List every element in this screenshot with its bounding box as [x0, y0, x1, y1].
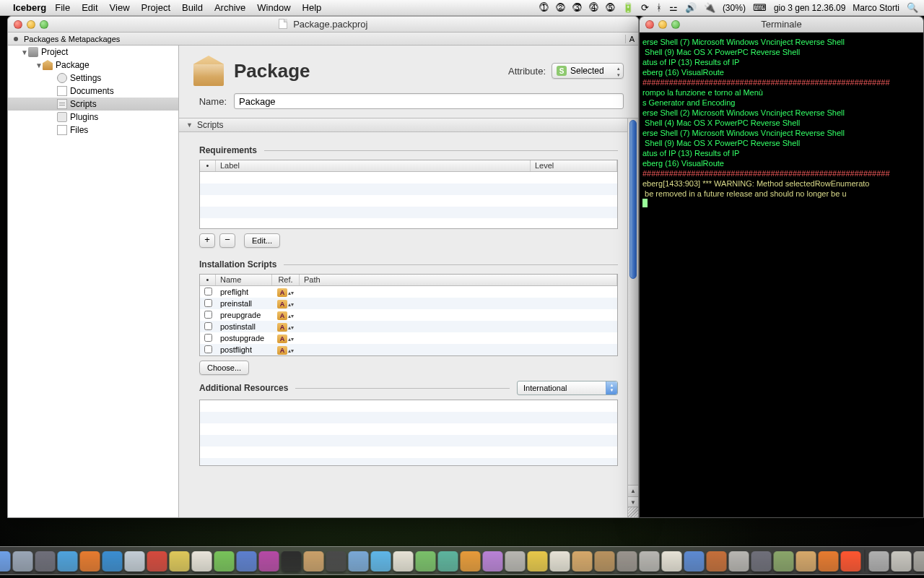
menu-build[interactable]: Build	[182, 2, 203, 13]
dock-app-icon[interactable]	[371, 551, 391, 571]
scroll-thumb[interactable]	[629, 120, 637, 279]
dock-app-icon[interactable]	[461, 551, 481, 571]
dock-stack-icon[interactable]	[892, 551, 912, 571]
dock-stack-icon[interactable]	[914, 551, 925, 571]
scroll-up-icon[interactable]: ▲	[628, 485, 638, 496]
choose-button[interactable]: Choose...	[199, 361, 249, 375]
tree-files[interactable]: Files	[8, 124, 178, 137]
table-row[interactable]: postupgradeA▴▾	[200, 332, 617, 344]
script-enabled-checkbox[interactable]	[204, 299, 212, 307]
input-menu-icon[interactable]: ⌨	[753, 2, 767, 13]
status-icon[interactable]: ⓷	[572, 2, 582, 13]
sync-icon[interactable]: ⟳	[641, 2, 649, 13]
dock-app-icon[interactable]	[35, 551, 56, 571]
zoom-button[interactable]	[40, 20, 48, 29]
resize-grip[interactable]	[627, 506, 638, 517]
dock-app-icon[interactable]	[80, 551, 100, 571]
dock-app-icon[interactable]	[438, 551, 458, 571]
table-row[interactable]: postflightA▴▾	[200, 344, 617, 355]
dock-app-icon[interactable]	[841, 551, 861, 571]
dock-app-icon[interactable]	[707, 551, 727, 571]
dock[interactable]	[0, 546, 924, 575]
script-ref[interactable]: A▴▾	[272, 311, 300, 320]
dock-app-icon[interactable]	[774, 551, 794, 571]
menu-project[interactable]: Project	[141, 2, 170, 13]
requirements-add-button[interactable]: +	[199, 233, 215, 248]
resources-table[interactable]	[199, 400, 618, 466]
dock-app-icon[interactable]	[259, 551, 279, 571]
col-path[interactable]: Path	[300, 275, 617, 285]
dock-app-icon[interactable]	[0, 551, 11, 571]
col-label[interactable]: Label	[216, 160, 531, 171]
menu-edit[interactable]: Edit	[82, 2, 97, 13]
table-row[interactable]: preinstallA▴▾	[200, 298, 617, 309]
dock-app-icon[interactable]	[662, 551, 682, 571]
resources-scope-select[interactable]: International ▲▼	[517, 381, 618, 395]
terminal-titlebar[interactable]: Terminale	[640, 17, 923, 33]
tree-plugins[interactable]: Plugins	[8, 111, 178, 124]
dock-stack-icon[interactable]	[869, 551, 889, 571]
tree-settings[interactable]: Settings	[8, 72, 178, 85]
vertical-scrollbar[interactable]: ▲ ▼	[627, 118, 638, 506]
status-icon[interactable]: ⓹	[606, 2, 615, 13]
dock-app-icon[interactable]	[640, 551, 660, 571]
tree-documents[interactable]: Documents	[8, 85, 178, 98]
script-enabled-checkbox[interactable]	[204, 311, 212, 319]
requirements-remove-button[interactable]: −	[219, 233, 235, 248]
dock-app-icon[interactable]	[819, 551, 839, 571]
dock-app-icon[interactable]	[572, 551, 593, 571]
dock-app-icon[interactable]	[170, 551, 190, 571]
requirements-body[interactable]	[200, 172, 617, 228]
dock-app-icon[interactable]	[125, 551, 145, 571]
dock-app-icon[interactable]	[147, 551, 167, 571]
terminal-output[interactable]: erse Shell (7) Microsoft Windows Vncinje…	[640, 33, 923, 517]
script-enabled-checkbox[interactable]	[204, 334, 212, 342]
dock-app-icon[interactable]	[393, 551, 414, 571]
menu-window[interactable]: Window	[257, 2, 290, 13]
wifi-icon[interactable]: ⚍	[669, 2, 678, 13]
script-enabled-checkbox[interactable]	[204, 288, 212, 296]
menu-file[interactable]: File	[55, 2, 70, 13]
col-bullet[interactable]: •	[200, 275, 216, 285]
script-enabled-checkbox[interactable]	[204, 322, 212, 330]
close-button[interactable]	[14, 20, 22, 29]
minimize-button[interactable]	[27, 20, 35, 29]
dock-app-icon[interactable]	[505, 551, 526, 571]
col-level[interactable]: Level	[531, 160, 617, 171]
tree-package[interactable]: ▼ Package	[8, 59, 178, 72]
attribute-select[interactable]: S Selected	[552, 63, 624, 79]
disclosure-icon[interactable]: ▼	[21, 48, 28, 56]
status-icon[interactable]: ⓵	[539, 2, 549, 13]
menu-view[interactable]: View	[110, 2, 130, 13]
dock-app-icon[interactable]	[214, 551, 235, 571]
dock-app-icon[interactable]	[58, 551, 78, 571]
user-name[interactable]: Marco Storti	[853, 3, 899, 13]
script-ref[interactable]: A▴▾	[272, 345, 300, 355]
dock-app-icon[interactable]	[237, 551, 257, 571]
zoom-button[interactable]	[671, 20, 680, 29]
dock-app-icon[interactable]	[617, 551, 637, 571]
dock-app-icon[interactable]	[13, 551, 33, 571]
dock-app-icon[interactable]	[729, 551, 749, 571]
sidebar-header-col[interactable]: A	[625, 35, 638, 43]
disclosure-icon[interactable]: ▼	[35, 61, 43, 69]
dock-app-icon[interactable]	[304, 551, 324, 571]
tree-project[interactable]: ▼ Project	[8, 46, 178, 59]
menu-help[interactable]: Help	[302, 2, 322, 13]
dock-app-icon[interactable]	[751, 551, 772, 571]
minimize-button[interactable]	[658, 20, 667, 29]
script-ref[interactable]: A▴▾	[272, 322, 300, 332]
name-input[interactable]	[234, 93, 624, 109]
dock-app-icon[interactable]	[483, 551, 503, 571]
dock-app-icon[interactable]	[103, 551, 123, 571]
dock-app-icon[interactable]	[326, 551, 346, 571]
script-ref[interactable]: A▴▾	[272, 334, 300, 343]
close-button[interactable]	[645, 20, 654, 29]
volume-icon[interactable]: 🔊	[685, 2, 697, 13]
table-row[interactable]: postinstallA▴▾	[200, 321, 617, 332]
dock-app-icon[interactable]	[684, 551, 705, 571]
dock-app-icon[interactable]	[595, 551, 615, 571]
tree-scripts[interactable]: Scripts	[8, 98, 178, 111]
bluetooth-icon[interactable]: ᚼ	[656, 2, 662, 13]
script-ref[interactable]: A▴▾	[272, 299, 300, 309]
